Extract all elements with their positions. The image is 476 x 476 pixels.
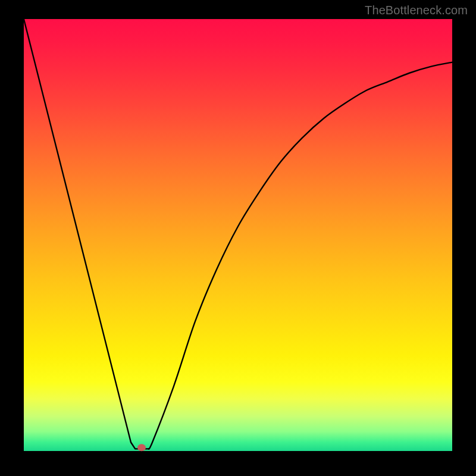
- optimal-marker: [137, 444, 146, 451]
- watermark-text: TheBottleneck.com: [365, 4, 468, 17]
- plot-background: [24, 19, 452, 451]
- chart-frame: TheBottleneck.com: [0, 0, 476, 476]
- bottleneck-chart: [0, 0, 476, 476]
